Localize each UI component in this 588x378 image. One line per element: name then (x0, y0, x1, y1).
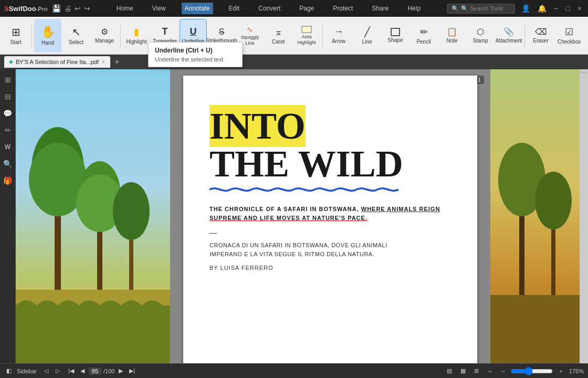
manage-icon: ⚙ (101, 27, 108, 37)
tool-attachment[interactable]: 📎 Attachment (495, 19, 522, 52)
close-btn[interactable]: × (575, 4, 584, 13)
wavy-line-decoration (209, 185, 398, 194)
current-page-number[interactable]: 85 (89, 368, 101, 375)
annotation-toolbar: ⊞ Start ✋ Hand ↖ Select ⚙ Manage ▮ Highl… (0, 17, 588, 55)
tool-checkbox[interactable]: ☑ Checkbox (555, 19, 583, 52)
save-icon[interactable]: 💾 (52, 4, 61, 13)
checkbox-label: Checkbox (558, 39, 581, 45)
nav-share[interactable]: Share (369, 3, 392, 14)
underline-icon: U (190, 26, 197, 37)
doc-title-container: INTO THE WILD (209, 107, 451, 183)
zoom-out-btn[interactable]: − (499, 367, 507, 375)
zoom-slider[interactable] (511, 367, 553, 375)
page-navigation: |◀ ◀ 85 /100 ▶ ▶| (66, 366, 137, 375)
right-scrollbar[interactable]: | (581, 71, 587, 73)
tooltip-title: Underline (Ctrl + U) (155, 47, 236, 54)
tool-pencil[interactable]: ✏ Pencil (410, 19, 437, 52)
svg-point-16 (535, 172, 572, 229)
svg-rect-12 (490, 295, 580, 363)
stamp-label: Stamp (473, 38, 488, 44)
tool-manage[interactable]: ⚙ Manage (91, 19, 118, 52)
highlight-icon: ▮ (134, 26, 139, 38)
search-tools-input[interactable]: 🔍 🔍 Search Tools (447, 4, 515, 14)
doc-author: BY LUISA FERRERO (209, 265, 451, 271)
tab-close-btn[interactable]: × (102, 59, 105, 65)
view-double-btn[interactable]: ▦ (458, 366, 468, 375)
app-suffix: -Pro (36, 6, 48, 12)
undo-icon[interactable]: ↩ (75, 4, 81, 13)
sidebar-icon-search[interactable]: 🔍 (2, 158, 14, 170)
tool-line[interactable]: ╱ Line (353, 19, 381, 52)
prev-page-btn[interactable]: ◀ (78, 366, 87, 375)
print-icon[interactable]: 🖨 (64, 4, 71, 13)
nav-convert[interactable]: Convert (255, 3, 284, 14)
background-image-left (16, 69, 170, 363)
hand-label: Hand (41, 40, 54, 46)
tool-hand[interactable]: ✋ Hand (34, 19, 61, 52)
panel-expand-btn[interactable]: ▷ (54, 366, 62, 375)
view-grid-btn[interactable]: ⊞ (472, 366, 481, 375)
arrow-label: Arrow (332, 38, 345, 45)
tool-highlight[interactable]: ▮ Highlight (123, 19, 150, 52)
doc-subtitle-plain: THE CHRONICLE OF A SAFARI IN BOTSWANA, (209, 206, 359, 212)
maximize-btn[interactable]: □ (563, 4, 572, 13)
page-total: /100 (103, 368, 114, 374)
tab-modified-dot (9, 60, 13, 64)
doc-title-line1: INTO (209, 107, 451, 145)
sidebar-icon-gift[interactable]: 🎁 (2, 174, 14, 187)
sidebar-icon-comment[interactable]: 💬 (2, 107, 14, 120)
sidebar-icon-home[interactable]: ⊞ (2, 74, 14, 86)
zoom-in-btn[interactable]: + (557, 367, 564, 375)
redo-icon[interactable]: ↪ (84, 4, 90, 13)
titlebar-left: SSwifDoo-Pro 💾 🖨 ↩ ↪ (4, 4, 90, 13)
stamp-icon: ⬡ (477, 27, 484, 37)
panel-shrink-btn[interactable]: ◁ (42, 366, 50, 375)
tool-note[interactable]: 📋 Note (438, 19, 466, 52)
nav-edit[interactable]: Edit (226, 3, 243, 14)
strikethrough-icon: S (219, 27, 225, 37)
document-area[interactable]: 1 INTO THE WILD THE CHRONICLE OF A SAFAR… (170, 69, 490, 363)
sidebar-icon-word[interactable]: W (2, 141, 14, 153)
view-single-btn[interactable]: ▤ (445, 366, 454, 375)
statusbar-right: ▤ ▦ ⊞ ↔ − + 175% (445, 366, 584, 375)
titlebar-right: 🔍 🔍 Search Tools 👤 🔔 − □ × (447, 4, 584, 14)
user-icon[interactable]: 👤 (519, 4, 532, 13)
add-tab-btn[interactable]: + (114, 57, 119, 67)
note-label: Note (446, 38, 457, 44)
nav-home[interactable]: Home (113, 3, 136, 14)
sidebar-toggle-btn[interactable]: ◧ (4, 366, 14, 375)
tool-caret[interactable]: ⌅ Caret (265, 19, 292, 52)
bell-icon[interactable]: 🔔 (536, 4, 549, 13)
last-page-btn[interactable]: ▶| (127, 366, 137, 375)
nav-menu: Home View Annotate Edit Convert Page Pro… (113, 3, 424, 14)
tool-shape[interactable]: Shape (382, 19, 409, 52)
tool-eraser[interactable]: ⌫ Eraser (527, 19, 554, 52)
note-icon: 📋 (447, 27, 457, 37)
toolbar-separator-1 (32, 23, 32, 48)
nav-protect[interactable]: Protect (330, 3, 356, 14)
tool-select[interactable]: ↖ Select (62, 19, 90, 52)
sidebar-icon-pages[interactable]: ⊟ (2, 90, 14, 103)
area-highlight-label: Area Highlight (294, 34, 319, 46)
nav-annotate[interactable]: Annotate (182, 3, 213, 14)
tool-stamp[interactable]: ⬡ Stamp (467, 19, 494, 52)
bg-right-svg (490, 69, 580, 363)
sidebar-icon-annotate[interactable]: ✏ (2, 124, 14, 136)
right-edge-panel: | (580, 69, 588, 363)
statusbar: ◧ Sidebar ◁ ▷ |◀ ◀ 85 /100 ▶ ▶| ▤ ▦ ⊞ ↔ … (0, 363, 588, 378)
next-page-btn[interactable]: ▶ (117, 366, 125, 375)
tool-area-highlight[interactable]: Area Highlight (293, 19, 320, 52)
tool-arrow[interactable]: → Arrow (325, 19, 352, 52)
main-content: ⊞ ⊟ 💬 ✏ W 🔍 🎁 (0, 69, 588, 363)
app-name: SwifDoo (9, 5, 36, 13)
view-fullwidth-btn[interactable]: ↔ (485, 367, 495, 375)
tab-document[interactable]: BY'S A Selection of Fine Ita...pdf × (4, 56, 110, 68)
nav-view[interactable]: View (149, 3, 169, 14)
nav-page[interactable]: Page (296, 3, 317, 14)
tool-start[interactable]: ⊞ Start (2, 19, 29, 52)
first-page-btn[interactable]: |◀ (66, 366, 76, 375)
minimize-btn[interactable]: − (552, 4, 560, 13)
nav-help[interactable]: Help (404, 3, 424, 14)
doc-italian-text: CRONACA DI UN SAFARI IN BOTSWANA, DOVE G… (209, 241, 451, 258)
toolbar-separator-2 (120, 23, 121, 48)
